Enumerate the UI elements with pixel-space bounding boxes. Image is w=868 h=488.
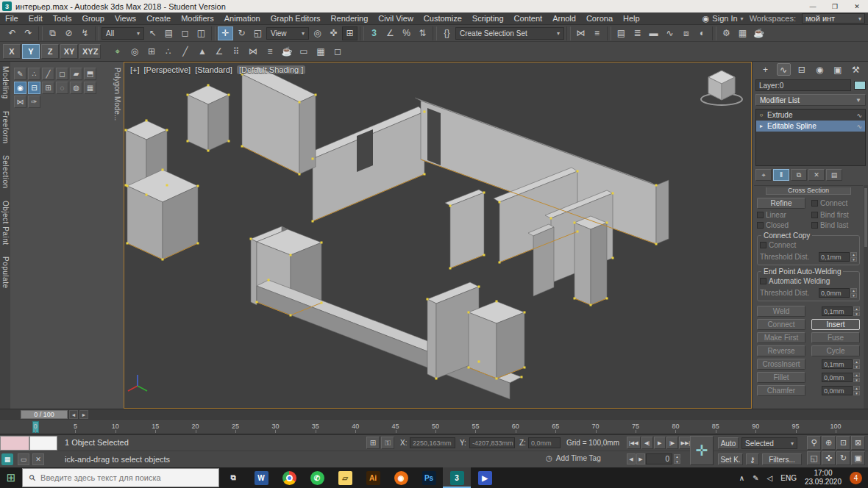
select-and-link-icon[interactable]: ⧉	[45, 26, 60, 40]
viewport-general-menu[interactable]: [+]	[130, 65, 140, 74]
linear-checkbox[interactable]: Linear	[757, 211, 805, 219]
insert-button[interactable]: Insert	[811, 319, 860, 330]
previous-frame-arrow[interactable]: ◄	[69, 410, 78, 419]
create-selection-set-dropdown[interactable]: Create Selection Set▾	[455, 27, 564, 40]
axis-constraint-xyz[interactable]: XYZ	[79, 44, 101, 59]
filters-button[interactable]: Filters...	[762, 453, 802, 465]
cross-insert-spinner[interactable]: 0,1mm ▴▾	[822, 359, 860, 369]
select-object-icon[interactable]: ↖	[145, 26, 160, 40]
menu-scripting[interactable]: Scripting	[467, 12, 509, 24]
pin-stack-icon[interactable]: ⌖	[755, 169, 772, 181]
utilities-tab[interactable]: ⚒	[849, 63, 863, 76]
fillet-spinner[interactable]: 0,0mm ▴▾	[822, 373, 860, 382]
connect-button[interactable]: Connect	[757, 319, 805, 330]
chamfer-button[interactable]: Chamfer	[757, 385, 805, 396]
ribbon-tab-object-paint[interactable]: Object Paint	[1, 201, 10, 245]
select-and-rotate-icon[interactable]: ↻	[234, 26, 249, 40]
pan-icon[interactable]: ✜	[822, 451, 836, 465]
next-frame-arrow[interactable]: ►	[79, 410, 88, 419]
y-coordinate-field[interactable]: -4207,833mm	[469, 437, 515, 448]
photoshop-icon[interactable]: Ps	[415, 467, 443, 488]
axis-constraint-xy[interactable]: XY	[60, 44, 78, 59]
align-icon[interactable]: ≡	[589, 26, 605, 40]
spinner-up-icon[interactable]: ▴	[853, 386, 860, 390]
select-and-place-icon[interactable]: ⌖	[110, 45, 125, 59]
pen-tray-icon[interactable]: ✎	[753, 474, 758, 482]
weld-threshold-spinner[interactable]: 0,0mm ▴▾	[819, 288, 857, 298]
menu-customize[interactable]: Customize	[419, 12, 467, 24]
layer-explorer-icon[interactable]: ≣	[630, 26, 645, 40]
key-filters-icon[interactable]: ⚷	[746, 453, 759, 465]
shrink-selection-icon[interactable]: ⊟	[28, 82, 40, 94]
unlink-selection-icon[interactable]: ⊘	[61, 26, 77, 40]
menu-file[interactable]: File	[0, 12, 24, 24]
snap-to-pivot-icon[interactable]: ◎	[127, 45, 142, 59]
fillet-button[interactable]: Fillet	[757, 372, 805, 383]
maxscript-listener-pane[interactable]	[29, 436, 57, 451]
reverse-button[interactable]: Reverse	[757, 345, 805, 356]
safe-frames-icon[interactable]: ◻	[330, 45, 345, 59]
closed-checkbox[interactable]: Closed	[757, 221, 805, 229]
axis-constraint-y[interactable]: Y	[22, 44, 40, 59]
hierarchy-tab[interactable]: ⊟	[794, 63, 808, 76]
snap-to-vertex-icon[interactable]: ∴	[160, 45, 176, 59]
connect-copy-checkbox[interactable]: Connect	[760, 241, 808, 249]
viewport-shading-menu[interactable]: [Default Shading ]	[237, 65, 305, 74]
align-tool-icon[interactable]: ≡	[262, 45, 277, 59]
key-mode-dropdown[interactable]: Selected ▾	[741, 437, 797, 449]
workspace-dropdown[interactable]: мой инт ▾	[802, 13, 865, 24]
menu-help[interactable]: Help	[618, 12, 645, 24]
automatic-welding-checkbox[interactable]: Automatic Welding	[760, 277, 857, 285]
current-frame-field[interactable]: 0	[646, 453, 672, 464]
snap-to-grid-icon[interactable]: ⊞	[143, 45, 159, 59]
render-production-icon[interactable]: ☕	[751, 26, 766, 40]
menu-content[interactable]: Content	[509, 12, 548, 24]
orbit-icon[interactable]: ↻	[836, 451, 850, 465]
auto-key-button[interactable]: Auto	[718, 437, 739, 449]
make-unique-icon[interactable]: ⧉	[791, 169, 807, 181]
time-slider-handle[interactable]: 0 / 100	[21, 410, 68, 419]
task-view-button[interactable]: ⧉	[219, 467, 247, 488]
undo-icon[interactable]: ↶	[4, 26, 20, 40]
maximize-viewport-icon[interactable]: ▣	[851, 451, 865, 465]
weld-button[interactable]: Weld	[757, 306, 805, 317]
z-coordinate-field[interactable]: 0,0mm	[528, 437, 561, 448]
word-icon[interactable]: W	[247, 467, 275, 488]
menu-arnold[interactable]: Arnold	[547, 12, 581, 24]
perspective-viewport[interactable]: [+] [Perspective] [Standard] [Default Sh…	[124, 62, 752, 409]
border-mode-icon[interactable]: ◻	[56, 68, 68, 80]
weld-distance-spinner[interactable]: 0,1mm ▴▾	[822, 306, 860, 316]
keyboard-override-icon[interactable]: ⊞	[342, 26, 357, 40]
window-crossing-icon[interactable]: ◫	[193, 26, 209, 40]
ribbon-tab-selection[interactable]: Selection	[1, 155, 10, 189]
set-key-button[interactable]: Set K.	[718, 453, 743, 465]
menu-rendering[interactable]: Rendering	[326, 12, 374, 24]
cross-section-button[interactable]: Cross Section	[766, 187, 851, 195]
selection-filter-dropdown[interactable]: All▾	[102, 27, 144, 40]
spinner-down-icon[interactable]: ▾	[850, 257, 857, 262]
display-tab[interactable]: ▣	[830, 63, 844, 76]
menu-edit[interactable]: Edit	[24, 12, 48, 24]
volume-icon[interactable]: ◁	[767, 474, 773, 482]
reference-coordinate-dropdown[interactable]: View▾	[266, 27, 309, 40]
symmetry-icon[interactable]: ⋈	[14, 96, 26, 108]
file-explorer-icon[interactable]: ▱	[331, 467, 359, 488]
menu-civil-view[interactable]: Civil View	[373, 12, 418, 24]
array-tool-icon[interactable]: ⠿	[228, 45, 243, 59]
menu-graph-editors[interactable]: Graph Editors	[266, 12, 326, 24]
selection-region-icon[interactable]: ◻	[177, 26, 193, 40]
viewport-pov-menu[interactable]: [Perspective]	[144, 65, 191, 74]
snaps-toggle-icon[interactable]: 3	[366, 26, 382, 40]
viewcube[interactable]	[701, 71, 742, 105]
snap-to-edge-icon[interactable]: ╱	[177, 45, 193, 59]
configure-modifier-sets-icon[interactable]: ▤	[826, 169, 842, 181]
bind-last-checkbox[interactable]: Bind last	[811, 221, 860, 229]
search-input[interactable]	[40, 473, 199, 482]
taskbar-search[interactable]: ⚲	[22, 468, 219, 487]
ribbon-tab-modeling[interactable]: Modeling	[1, 66, 10, 99]
named-selection-sets-icon[interactable]: {}	[439, 26, 455, 40]
modifier-stack-item[interactable]: ○Extrude∿	[756, 110, 865, 121]
fuse-button[interactable]: Fuse	[811, 332, 860, 343]
zoom-all-icon[interactable]: ⊕	[822, 436, 836, 450]
topology-icon[interactable]: ▦	[84, 82, 96, 94]
